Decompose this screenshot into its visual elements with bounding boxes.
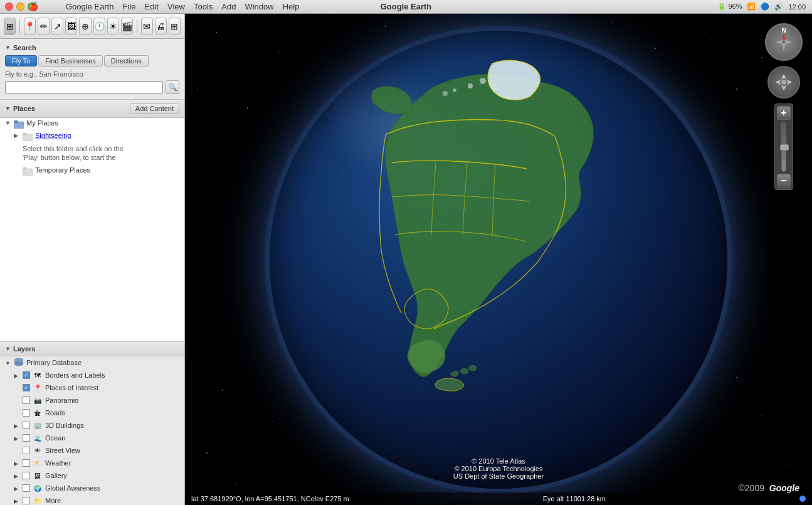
layer-primary-database[interactable]: ▼ Primary Database xyxy=(0,356,184,369)
pan-control[interactable] xyxy=(767,66,800,98)
buildings-label: 3D Buildings xyxy=(45,422,84,429)
menu-window[interactable]: Window xyxy=(245,2,273,11)
expand-icon: ▶ xyxy=(14,460,20,467)
zoom-thumb[interactable] xyxy=(780,144,789,151)
panoramio-label: Panoramio xyxy=(45,396,78,404)
menu-google-earth[interactable]: Google Earth xyxy=(66,2,114,11)
compass[interactable]: N xyxy=(765,23,803,61)
tree-item-temporary-places[interactable]: Temporary Places xyxy=(0,165,184,178)
app-body: ⊞ 📍 ✏ ↗ 🖼 ⊕ 🕐 ☀ 🎬 ✉ 🖨 ⊞ ▼ Search Fly To … xyxy=(0,14,812,505)
tree-item-my-places[interactable]: ▼ My Places xyxy=(0,118,184,130)
svg-marker-44 xyxy=(787,80,792,85)
search-header: ▼ Search xyxy=(5,44,179,51)
borders-labels-checkbox[interactable]: ✓ xyxy=(23,371,30,379)
zoom-in-button[interactable]: + xyxy=(777,106,791,120)
movie-maker-button[interactable]: 🎬 xyxy=(121,18,133,35)
search-tabs: Fly To Find Businesses Directions xyxy=(5,55,179,66)
layer-global-awareness[interactable]: ▶ 🌍 Global Awareness xyxy=(0,482,184,494)
panoramio-checkbox[interactable] xyxy=(23,396,30,404)
fly-to-label: Fly to e.g., San Francisco xyxy=(5,70,179,78)
layer-roads[interactable]: 🛣 Roads xyxy=(0,407,184,419)
svg-point-26 xyxy=(762,415,762,416)
expand-icon: ▶ xyxy=(14,498,20,504)
poi-checkbox[interactable]: ✓ xyxy=(23,384,30,391)
tree-item-sightseeing[interactable]: ▶ Sightseeing xyxy=(0,130,184,143)
zoom-control: + − xyxy=(774,104,793,190)
add-placemark-button[interactable]: 📍 xyxy=(24,18,36,35)
wifi-icon: 📶 xyxy=(747,3,756,11)
toolbar-separator-1 xyxy=(19,19,20,33)
places-collapse-icon[interactable]: ▼ xyxy=(5,105,11,112)
menu-tools[interactable]: Tools xyxy=(194,2,213,11)
zoom-slider[interactable] xyxy=(781,122,786,172)
tab-fly-to[interactable]: Fly To xyxy=(5,55,37,66)
layer-more[interactable]: ▶ 📁 More xyxy=(0,494,184,505)
tab-directions[interactable]: Directions xyxy=(104,55,149,66)
zoom-out-button[interactable]: − xyxy=(777,174,791,188)
pan-arrows-svg xyxy=(774,72,794,92)
ocean-checkbox[interactable] xyxy=(23,434,30,442)
gallery-checkbox[interactable] xyxy=(23,472,30,479)
menu-add[interactable]: Add xyxy=(221,2,236,11)
menu-file[interactable]: File xyxy=(123,2,136,11)
layer-panoramio[interactable]: 📷 Panoramio xyxy=(0,394,184,407)
street-view-checkbox[interactable] xyxy=(23,447,30,454)
weather-checkbox[interactable] xyxy=(23,459,30,467)
layer-gallery[interactable]: ▶ 🖼 Gallery xyxy=(0,469,184,482)
sightseeing-description: Select this folder and click on the'Play… xyxy=(0,143,184,165)
search-submit-button[interactable]: 🔍 xyxy=(166,80,179,94)
gallery-icon: 🖼 xyxy=(33,470,43,481)
search-title: Search xyxy=(13,44,36,51)
sidebar-toggle-button[interactable]: ⊞ xyxy=(4,18,16,35)
layer-street-view[interactable]: 👁 Street View xyxy=(0,444,184,457)
historical-imagery-button[interactable]: 🕐 xyxy=(93,18,105,35)
apple-menu[interactable]: 🍎 xyxy=(28,2,38,11)
expand-arrow-icon: ▶ xyxy=(14,132,20,139)
menu-view[interactable]: View xyxy=(167,2,185,11)
layer-3d-buildings[interactable]: ▶ 🏢 3D Buildings xyxy=(0,419,184,432)
map-area[interactable]: © 2010 Tele Atlas © 2010 Europa Technolo… xyxy=(185,14,812,505)
email-button[interactable]: ✉ xyxy=(141,18,153,35)
sightseeing-label[interactable]: Sightseeing xyxy=(35,132,71,139)
folder-icon xyxy=(14,119,24,129)
toolbar-separator-2 xyxy=(137,19,137,33)
battery-icon: 🔋 96% xyxy=(717,3,742,11)
svg-point-29 xyxy=(235,484,236,485)
globe-svg xyxy=(270,31,727,489)
attribution-line-2: © 2010 Europa Technologies xyxy=(453,465,544,472)
close-button[interactable] xyxy=(5,3,13,11)
sun-button[interactable]: ☀ xyxy=(107,18,119,35)
attribution-line-3: US Dept of State Geographer xyxy=(453,472,544,480)
view-in-maps-button[interactable]: ⊞ xyxy=(169,18,181,35)
layers-collapse-icon[interactable]: ▼ xyxy=(5,346,11,352)
add-image-overlay-button[interactable]: 🖼 xyxy=(65,18,77,35)
more-checkbox[interactable] xyxy=(23,497,30,504)
minimize-button[interactable] xyxy=(16,3,24,11)
more-icon: 📁 xyxy=(33,496,43,505)
roads-checkbox[interactable] xyxy=(23,409,30,417)
temporary-places-label: Temporary Places xyxy=(35,166,90,174)
buildings-checkbox[interactable] xyxy=(23,422,30,429)
add-path-button[interactable]: ↗ xyxy=(51,18,63,35)
tab-find-businesses[interactable]: Find Businesses xyxy=(38,55,103,66)
svg-point-32 xyxy=(480,78,486,84)
google-year: ©2009 xyxy=(739,483,764,493)
add-content-button[interactable]: Add Content xyxy=(130,103,179,114)
add-polygon-button[interactable]: ✏ xyxy=(38,18,50,35)
menu-edit[interactable]: Edit xyxy=(145,2,159,11)
svg-marker-43 xyxy=(776,80,781,85)
roads-icon: 🛣 xyxy=(33,408,43,418)
expand-icon: ▶ xyxy=(14,423,20,429)
search-collapse-icon[interactable]: ▼ xyxy=(5,45,11,51)
layer-ocean[interactable]: ▶ 🌊 Ocean xyxy=(0,432,184,444)
layer-weather[interactable]: ▶ ⛅ Weather xyxy=(0,457,184,469)
google-brand: Google xyxy=(769,483,799,493)
print-button[interactable]: 🖨 xyxy=(155,18,167,35)
search-input[interactable] xyxy=(5,81,163,93)
record-tour-button[interactable]: ⊕ xyxy=(79,18,91,35)
buildings-icon: 🏢 xyxy=(33,420,43,430)
menu-help[interactable]: Help xyxy=(283,2,300,11)
global-awareness-checkbox[interactable] xyxy=(23,484,30,492)
layer-places-of-interest[interactable]: ✓ 📍 Places of Interest xyxy=(0,381,184,394)
layer-borders-labels[interactable]: ▶ ✓ 🗺 Borders and Labels xyxy=(0,369,184,381)
